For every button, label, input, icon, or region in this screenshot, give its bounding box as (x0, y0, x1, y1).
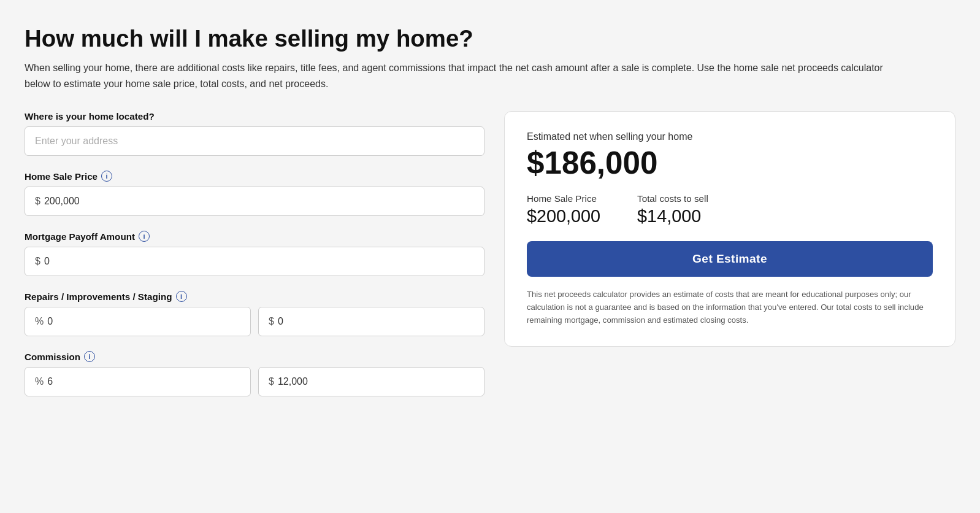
sale-price-result-col: Home Sale Price $200,000 (527, 193, 600, 226)
disclaimer-text: This net proceeds calculator provides an… (527, 288, 933, 326)
get-estimate-button[interactable]: Get Estimate (527, 241, 933, 277)
repairs-info-icon[interactable]: i (176, 291, 187, 302)
sale-price-result-label: Home Sale Price (527, 193, 600, 204)
commission-dollar-prefix: $ (269, 376, 274, 387)
repairs-label: Repairs / Improvements / Staging i (25, 291, 484, 302)
total-costs-result-value: $14,000 (637, 206, 708, 226)
left-panel: Where is your home located? Home Sale Pr… (25, 111, 484, 411)
repairs-dollar-wrapper: $ (258, 307, 484, 336)
total-costs-result-col: Total costs to sell $14,000 (637, 193, 708, 226)
estimated-net-amount: $186,000 (527, 146, 933, 180)
repairs-percent-wrapper: % (25, 307, 251, 336)
commission-group: Commission i % $ (25, 351, 484, 396)
commission-percent-input[interactable] (47, 368, 240, 396)
est-details-row: Home Sale Price $200,000 Total costs to … (527, 193, 933, 226)
sale-price-prefix: $ (35, 196, 40, 207)
results-panel: Estimated net when selling your home $18… (504, 111, 955, 346)
sale-price-info-icon[interactable]: i (101, 171, 112, 182)
main-layout: Where is your home located? Home Sale Pr… (25, 111, 955, 411)
sale-price-input[interactable] (44, 187, 474, 215)
sale-price-group: Home Sale Price i $ (25, 171, 484, 216)
sale-price-result-value: $200,000 (527, 206, 600, 226)
repairs-dual-inputs: % $ (25, 307, 484, 336)
mortgage-label: Mortgage Payoff Amount i (25, 231, 484, 242)
repairs-dollar-input[interactable] (278, 307, 474, 336)
sale-price-label: Home Sale Price i (25, 171, 484, 182)
mortgage-info-icon[interactable]: i (139, 231, 150, 242)
commission-label: Commission i (25, 351, 484, 362)
sale-price-input-wrapper: $ (25, 187, 484, 216)
location-label: Where is your home located? (25, 111, 484, 122)
location-group: Where is your home located? (25, 111, 484, 156)
commission-dollar-wrapper: $ (258, 367, 484, 396)
commission-percent-wrapper: % (25, 367, 251, 396)
address-input[interactable] (25, 126, 484, 156)
repairs-percent-input[interactable] (47, 307, 240, 336)
repairs-dollar-prefix: $ (269, 316, 274, 327)
repairs-group: Repairs / Improvements / Staging i % $ (25, 291, 484, 336)
commission-dual-inputs: % $ (25, 367, 484, 396)
repairs-percent-prefix: % (35, 316, 44, 327)
page-title: How much will I make selling my home? (25, 25, 955, 53)
commission-dollar-input[interactable] (278, 368, 474, 396)
mortgage-input-wrapper: $ (25, 247, 484, 276)
total-costs-result-label: Total costs to sell (637, 193, 708, 204)
mortgage-group: Mortgage Payoff Amount i $ (25, 231, 484, 276)
mortgage-prefix: $ (35, 256, 40, 267)
commission-info-icon[interactable]: i (84, 351, 95, 362)
mortgage-input[interactable] (44, 247, 474, 276)
commission-percent-prefix: % (35, 376, 44, 387)
estimated-net-label: Estimated net when selling your home (527, 131, 933, 142)
page-subtitle: When selling your home, there are additi… (25, 60, 883, 91)
